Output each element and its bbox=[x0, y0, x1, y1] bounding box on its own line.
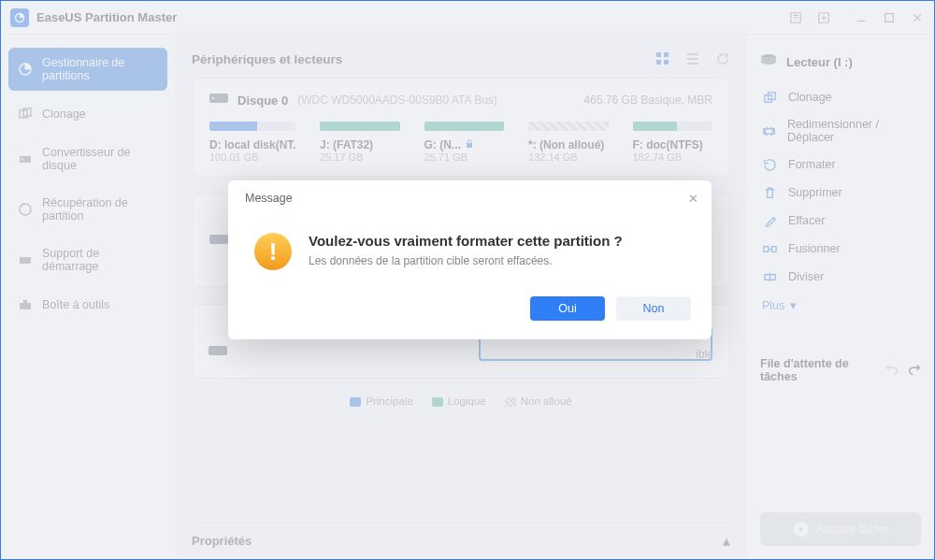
dialog-no-button[interactable]: Non bbox=[616, 296, 691, 321]
dialog-title: Message bbox=[245, 192, 293, 205]
dialog-yes-button[interactable]: Oui bbox=[530, 296, 605, 321]
format-confirm-dialog: Message ✕ ! Voulez-vous vraiment formate… bbox=[228, 180, 712, 339]
dialog-close-button[interactable]: ✕ bbox=[688, 192, 698, 206]
dialog-body-text: Les données de la partition cible seront… bbox=[309, 254, 623, 267]
dialog-heading: Voulez-vous vraiment formater cette part… bbox=[309, 233, 623, 249]
warning-icon: ! bbox=[254, 233, 292, 270]
